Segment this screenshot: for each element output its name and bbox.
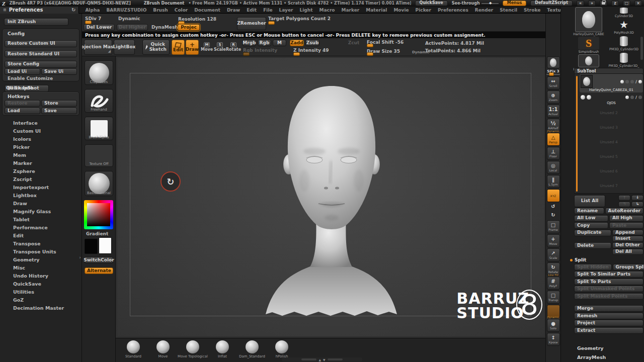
spix-slider[interactable]: SPix 3	[546, 69, 560, 75]
split-section-header[interactable]: Split	[574, 257, 643, 263]
copy-button[interactable]: Copy	[574, 222, 608, 229]
strip-button[interactable]: ↻	[547, 212, 560, 219]
del-other-button[interactable]: Del Other	[612, 242, 643, 248]
strip-button[interactable]: 1:1 Actual	[547, 105, 560, 118]
load-ui-button[interactable]: Load Ui	[5, 68, 40, 75]
subtool-item-unused[interactable]: Unused 6	[575, 164, 643, 178]
quicksave-button[interactable]: QuickSave	[415, 1, 448, 6]
merge-button[interactable]: Merge	[574, 305, 643, 312]
preference-section-item[interactable]: Edit	[0, 232, 82, 240]
menu-item[interactable]: Brush	[153, 8, 168, 13]
preference-section-item[interactable]: Zscript	[0, 175, 82, 184]
all-low-button[interactable]: All Low	[574, 215, 608, 222]
subtool-move-down-button[interactable]: ↳	[631, 202, 643, 207]
preference-section-item[interactable]: Icolors	[0, 135, 82, 143]
subtool-item-unused[interactable]: Unused 3	[575, 120, 643, 135]
groups-split-button[interactable]: Groups Split	[613, 264, 644, 270]
default-zscript-button[interactable]: DefaultZScript	[530, 1, 573, 6]
strip-button[interactable]: ∥ L.Sym	[547, 175, 560, 188]
scale-button[interactable]: S Scale	[214, 40, 226, 55]
menu-item[interactable]: Render	[475, 8, 493, 13]
del-lower-button[interactable]: Del Lower	[84, 24, 115, 31]
material-selector[interactable]: BasicMaterial	[85, 171, 113, 196]
append-button[interactable]: Append	[612, 230, 643, 235]
rotate-button[interactable]: R Rotate	[227, 40, 240, 55]
alpha-selector[interactable]: BrushAlpha	[85, 117, 113, 140]
shelf-brush[interactable]: Move	[153, 340, 173, 358]
strip-button[interactable]: Line Fill # PolyF	[547, 277, 560, 290]
split-hidden-button[interactable]: Split Hidden	[574, 264, 612, 270]
preference-section-item[interactable]: Zsphere	[0, 167, 82, 175]
zoom-document-icon[interactable]: z	[611, 1, 619, 6]
menu-item[interactable]: Layer	[279, 8, 293, 13]
insert-button[interactable]: Insert	[612, 236, 643, 241]
collapse-left-icon[interactable]: «	[577, 1, 584, 6]
strip-button[interactable]: ↺	[547, 203, 560, 211]
subtool-move-up-button[interactable]: ↰	[618, 202, 630, 207]
preference-section-item[interactable]: Utilities	[0, 288, 82, 296]
subtool-item-unused[interactable]: Unused 5	[575, 149, 643, 164]
shelf-brush[interactable]: Move Topological	[183, 340, 202, 358]
hotkeys-save-button[interactable]: Save	[41, 108, 77, 114]
tool-slot-polymesh3d[interactable]: ★ PolyMesh3D	[605, 19, 643, 35]
preference-section-item[interactable]: Draw	[0, 200, 82, 208]
split-masked-points-button[interactable]: Split Masked Points	[574, 293, 643, 300]
subtool-item-unused[interactable]: Unused 7	[575, 178, 643, 193]
canvas-scrollbar[interactable]: ▲ ▼	[282, 357, 362, 361]
mrgb-button[interactable]: Mrgb	[243, 40, 256, 46]
hotkeys-load-button[interactable]: Load	[5, 108, 40, 114]
preference-section-item[interactable]: Marker	[0, 159, 82, 167]
menu-item[interactable]: Light	[300, 8, 313, 13]
strip-button[interactable]: □ Transp	[547, 291, 560, 304]
del-higher-button[interactable]: Del Higher	[117, 24, 148, 31]
menu-item[interactable]: File	[263, 8, 272, 13]
zcut-button[interactable]: Zcut	[347, 40, 360, 46]
shelf-brush[interactable]: hPolish	[272, 340, 291, 358]
preference-section-item[interactable]: Lightbox	[0, 192, 82, 200]
active-tool-preview[interactable]	[547, 56, 560, 68]
collapse-right-icon[interactable]: »	[588, 1, 596, 6]
preference-section-item[interactable]: Interface	[0, 119, 82, 127]
shelf-brush[interactable]: Inflat	[213, 340, 232, 358]
stroke-selector[interactable]: Freehand	[85, 89, 113, 113]
m-button[interactable]: M	[273, 40, 286, 46]
preference-section-item[interactable]: Undo History	[0, 272, 82, 280]
menu-item[interactable]: Movie	[393, 8, 409, 13]
preference-section-item[interactable]: Importexport	[0, 184, 82, 192]
menu-item[interactable]: Preferences	[438, 8, 468, 13]
lightbox-button[interactable]: LightBox	[114, 40, 135, 55]
see-through-knob-icon[interactable]: ◆	[489, 1, 492, 5]
switch-color-button[interactable]: SwitchColor	[85, 257, 113, 263]
restore-configuration-icon[interactable]: ↻	[71, 7, 75, 13]
split-unmasked-points-button[interactable]: Split Unmasked Points	[574, 286, 643, 292]
subtool-item-unused[interactable]: Unused 2	[575, 106, 643, 120]
split-to-parts-button[interactable]: Split To Parts	[574, 279, 643, 285]
gradient-label[interactable]: Gradient	[86, 231, 115, 236]
strip-button[interactable]: ↔ Scroll	[547, 76, 560, 89]
menu-item[interactable]: BARRUZSTUDIO	[106, 8, 146, 13]
strip-button[interactable]: Dynamic △ Persp	[547, 133, 560, 146]
strip-button[interactable]: + Move	[547, 234, 560, 247]
color-picker[interactable]	[84, 200, 113, 229]
strip-button[interactable]: XYZ	[547, 189, 560, 202]
strip-button[interactable]: ◎ Local	[547, 161, 560, 174]
document-area[interactable]: ↻ BARRUZ STUDIO 8	[117, 58, 544, 336]
hotkeys-header[interactable]: Hotkeys	[5, 94, 77, 99]
strip-button[interactable]: □ Frame	[547, 220, 560, 233]
project-button-subtool[interactable]: Project	[574, 320, 643, 326]
tool-slot-head-large[interactable]: HarleyQuinn_CABE	[574, 7, 603, 36]
remesh-button[interactable]: Remesh	[574, 313, 643, 319]
sculpt-canvas[interactable]: ↻ BARRUZ STUDIO 8	[116, 56, 546, 338]
move-button[interactable]: M Move	[201, 40, 213, 55]
subtool-item-ojos[interactable]: ∕ OJOS	[580, 93, 643, 106]
shelf-brush[interactable]: Standard	[124, 340, 143, 358]
strip-button[interactable]: ⊕ Zoom	[547, 90, 560, 104]
quick-sketch-button[interactable]: Quick Sketch	[142, 40, 170, 55]
tool-slot-cylinder3d[interactable]: Cylinder3D	[605, 7, 643, 18]
delete-button[interactable]: Delete	[574, 242, 611, 249]
del-all-button[interactable]: Del All	[612, 249, 643, 254]
menu-item[interactable]: Picker	[416, 8, 431, 13]
preference-section-item[interactable]: Custom UI	[0, 127, 82, 135]
config-button[interactable]: Restore Standard UI	[5, 50, 77, 57]
menu-item[interactable]: Stroke	[524, 8, 540, 13]
